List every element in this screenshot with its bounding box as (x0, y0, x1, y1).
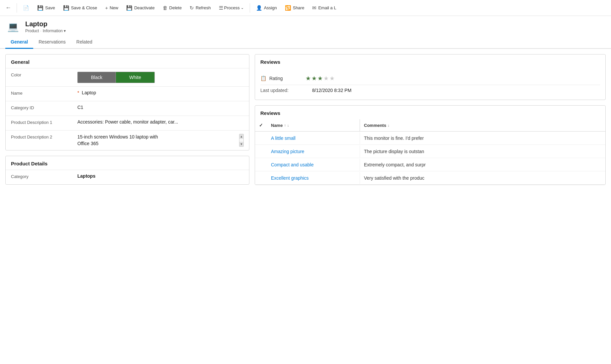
scroll-track (239, 139, 243, 142)
reviews-comments-header[interactable]: Comments ↓ (360, 119, 605, 131)
page-icon-button: 📄 (20, 3, 33, 13)
scroll-indicator: ▲ ▼ (239, 134, 244, 147)
review-check-0 (255, 136, 267, 141)
product-details-card-title: Product Details (6, 156, 249, 170)
process-button[interactable]: ☰ Process ⌄ (216, 3, 247, 13)
save-button[interactable]: 💾 Save (34, 3, 58, 13)
share-button[interactable]: 🔁 Share (282, 3, 308, 13)
reviews-name-header[interactable]: Name ↑ ↓ (267, 119, 360, 131)
scroll-down-button[interactable]: ▼ (239, 142, 243, 146)
review-check-1 (255, 149, 267, 154)
last-updated-row: Last updated: 8/12/2020 8:32 PM (260, 85, 600, 96)
refresh-icon: ↻ (190, 5, 194, 11)
back-button[interactable]: ← (3, 2, 14, 13)
reviews-summary-title: Reviews (255, 54, 605, 68)
rating-label: 📋 Rating (260, 75, 300, 81)
tab-general[interactable]: General (5, 36, 33, 49)
reviews-summary-card: Reviews 📋 Rating ★ ★ ★ ★ ★ (255, 54, 606, 100)
email-icon: ✉ (312, 5, 316, 11)
color-value: Black White (77, 72, 244, 83)
page-icon: 📄 (23, 5, 29, 11)
title-area: Laptop Product · Information ▾ (25, 20, 66, 33)
star-5: ★ (329, 75, 335, 82)
name-label: Name (11, 90, 77, 96)
reviews-list-header: ✓ Name ↑ ↓ Comments ↓ (255, 119, 605, 132)
color-field-row: Color Black White (6, 68, 249, 86)
deactivate-icon: 💾 (126, 5, 132, 11)
breadcrumb-information[interactable]: Information ▾ (43, 29, 66, 33)
deactivate-button[interactable]: 💾 Deactivate (123, 3, 158, 13)
star-rating: ★ ★ ★ ★ ★ (306, 75, 335, 82)
tab-related[interactable]: Related (71, 36, 98, 49)
review-check-2 (255, 162, 267, 167)
reviews-list-title: Reviews (255, 106, 605, 119)
reviews-check-header: ✓ (255, 119, 267, 131)
assign-icon: 👤 (256, 5, 262, 11)
product-desc2-label: Product Description 2 (11, 134, 77, 139)
save-close-icon: 💾 (63, 5, 69, 11)
save-close-button[interactable]: 💾 Save & Close (60, 3, 101, 13)
tabs: General Reservations Related (0, 36, 611, 49)
right-column: Reviews 📋 Rating ★ ★ ★ ★ ★ (255, 54, 606, 185)
product-desc2-value-container: 15-inch screen Windows 10 laptop withOff… (77, 134, 244, 147)
breadcrumb-separator: · (40, 29, 41, 33)
reviews-list-card: Reviews ✓ Name ↑ ↓ Comments ↓ A lit (255, 105, 606, 185)
review-comments-1: The picture display is outstan (360, 145, 559, 157)
toolbar: ← 📄 💾 Save 💾 Save & Close + New 💾 Deacti… (0, 0, 611, 16)
review-row-2: Compact and usable Extremely compact, an… (255, 158, 605, 171)
category-field-row: Category Laptops (6, 170, 249, 184)
new-button[interactable]: + New (102, 3, 122, 13)
review-name-1[interactable]: Amazing picture (267, 145, 360, 157)
email-button[interactable]: ✉ Email a L (309, 3, 339, 13)
page-header: 💻 Laptop Product · Information ▾ (0, 16, 611, 36)
review-name-3[interactable]: Excellent graphics (267, 172, 360, 184)
name-required-indicator: * (77, 90, 79, 95)
product-icon: 💻 (5, 21, 21, 33)
share-icon: 🔁 (285, 5, 291, 11)
product-desc1-value: Accessories: Power cable, monitor adapte… (77, 119, 244, 125)
reviews-summary-body: 📋 Rating ★ ★ ★ ★ ★ Last updated: 8/12/20… (255, 68, 605, 100)
color-white-button[interactable]: White (116, 72, 155, 83)
product-desc1-field-row: Product Description 1 Accessories: Power… (6, 116, 249, 130)
star-1: ★ (306, 75, 311, 82)
main-content: General Color Black White Name * L (0, 49, 611, 190)
last-updated-label: Last updated: (260, 88, 307, 93)
tab-reservations[interactable]: Reservations (33, 36, 71, 49)
toolbar-separator-2 (250, 3, 250, 13)
star-4: ★ (323, 75, 329, 82)
left-column: General Color Black White Name * L (5, 54, 249, 185)
review-name-0[interactable]: A little small (267, 132, 360, 144)
delete-button[interactable]: 🗑 Delete (159, 3, 185, 13)
assign-button[interactable]: 👤 Assign (253, 3, 280, 13)
review-row-3: Excellent graphics Very satisfied with t… (255, 171, 605, 185)
rating-row: 📋 Rating ★ ★ ★ ★ ★ (260, 72, 600, 85)
review-comments-2: Extremely compact, and surpr (360, 159, 559, 171)
review-row-1: Amazing picture The picture display is o… (255, 145, 605, 158)
new-icon: + (105, 5, 108, 11)
breadcrumb-product[interactable]: Product (25, 29, 39, 33)
review-row-0: A little small This monitor is fine. I'd… (255, 132, 605, 145)
general-card: General Color Black White Name * L (5, 54, 249, 150)
comments-sort-icon: ↓ (388, 123, 390, 127)
color-black-button[interactable]: Black (77, 72, 116, 83)
category-id-label: Category ID (11, 105, 77, 110)
toolbar-separator-1 (17, 3, 17, 13)
category-value: Laptops (77, 173, 244, 179)
name-sort-up-icon: ↑ (284, 123, 286, 127)
color-button-group: Black White (77, 72, 244, 83)
name-value: * Laptop (77, 90, 244, 95)
scroll-up-button[interactable]: ▲ (239, 134, 243, 139)
product-desc2-value: 15-inch screen Windows 10 laptop withOff… (77, 134, 244, 147)
breadcrumb-chevron-icon: ▾ (64, 29, 66, 33)
refresh-button[interactable]: ↻ Refresh (186, 3, 214, 13)
category-id-value: C1 (77, 105, 244, 110)
category-id-field-row: Category ID C1 (6, 101, 249, 116)
review-comments-3: Very satisfied with the produc (360, 172, 559, 184)
review-name-2[interactable]: Compact and usable (267, 159, 360, 171)
general-card-title: General (6, 54, 249, 68)
reviews-list-body: A little small This monitor is fine. I'd… (255, 132, 605, 185)
star-2: ★ (311, 75, 317, 82)
color-label: Color (11, 72, 77, 77)
name-field-row: Name * Laptop (6, 86, 249, 101)
product-details-card: Product Details Category Laptops (5, 156, 249, 185)
